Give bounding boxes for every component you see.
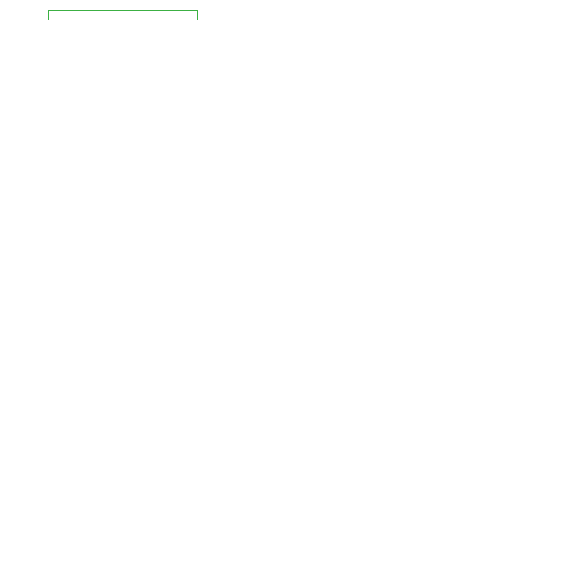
box-package-json: package.json bbox=[48, 10, 198, 20]
